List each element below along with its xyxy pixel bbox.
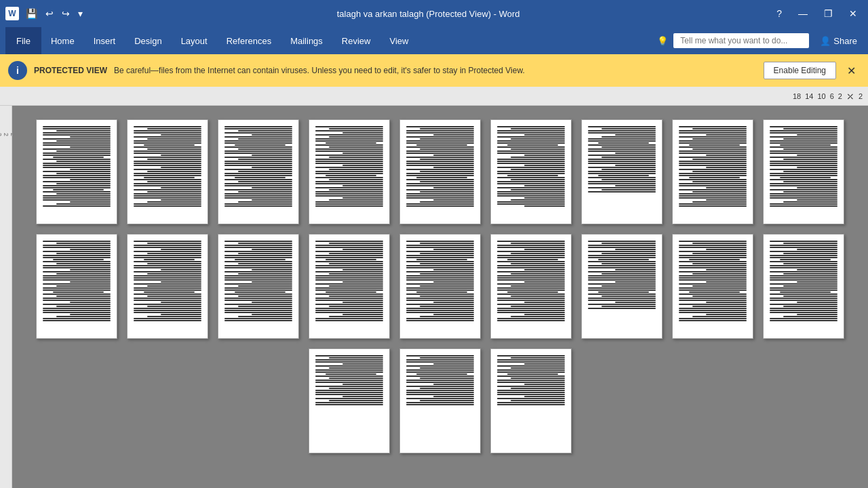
page-content-21 [494, 352, 568, 449]
help-button[interactable]: ? [771, 7, 787, 20]
page-content-11 [131, 238, 204, 335]
page-content-8 [676, 123, 749, 220]
page-content-10 [40, 238, 113, 335]
nav-num-2b: 2 [859, 92, 863, 100]
main-canvas [12, 106, 868, 488]
word-icon: W [5, 7, 19, 20]
title-bar: W 💾 ↩ ↪ ▾ talagh va arkan talagh (Protec… [0, 0, 868, 27]
nav-num-10: 10 [817, 92, 825, 100]
page-thumb-9[interactable] [763, 119, 844, 224]
pages-row-3 [26, 348, 854, 453]
window-controls: ? — ❐ ✕ [771, 7, 863, 20]
pages-row-2 [26, 234, 854, 339]
undo-button[interactable]: ↩ [43, 7, 56, 20]
tab-home[interactable]: Home [41, 27, 84, 54]
nav-num-14: 14 [805, 92, 813, 100]
page-content-18 [767, 238, 840, 335]
close-button[interactable]: ✕ [844, 7, 863, 20]
page-content-2 [131, 123, 204, 220]
enable-editing-button[interactable]: Enable Editing [764, 62, 836, 79]
page-content-12 [222, 238, 295, 335]
content-area: 2 2 2 2 2 [0, 106, 868, 488]
close-protected-view-button[interactable]: ✕ [843, 63, 860, 79]
page-thumb-11[interactable] [127, 234, 208, 339]
tab-review[interactable]: Review [332, 27, 380, 54]
page-thumb-1[interactable] [36, 119, 117, 224]
pages-row-1 [26, 119, 854, 224]
nav-num-6: 6 [830, 92, 834, 100]
document-title: talagh va arkan talagh (Protected View) … [85, 9, 771, 19]
page-content-3 [222, 123, 295, 220]
page-thumb-18[interactable] [763, 234, 844, 339]
page-thumb-21[interactable] [490, 348, 572, 453]
info-icon: i [8, 61, 27, 80]
nav-num-18: 18 [793, 92, 801, 100]
page-content-7 [585, 123, 658, 220]
ribbon: File Home Insert Design Layout Reference… [0, 27, 868, 54]
page-thumb-13[interactable] [309, 234, 390, 339]
page-thumb-12[interactable] [218, 234, 299, 339]
sidebar: 2 2 2 2 2 [0, 106, 12, 488]
tab-view[interactable]: View [380, 27, 418, 54]
page-content-17 [676, 238, 749, 335]
page-content-20 [403, 352, 477, 449]
customize-button[interactable]: ▾ [75, 7, 85, 20]
page-thumb-14[interactable] [399, 234, 481, 339]
page-thumb-6[interactable] [490, 119, 572, 224]
page-content-14 [403, 238, 477, 335]
tab-insert[interactable]: Insert [84, 27, 125, 54]
search-input[interactable] [673, 33, 809, 48]
share-icon: 👤 [820, 36, 831, 46]
page-thumb-15[interactable] [490, 234, 572, 339]
page-content-4 [313, 123, 386, 220]
page-content-15 [494, 238, 568, 335]
tab-layout[interactable]: Layout [172, 27, 217, 54]
tab-references[interactable]: References [217, 27, 281, 54]
page-content-9 [767, 123, 840, 220]
tab-file[interactable]: File [5, 27, 41, 54]
page-thumb-2[interactable] [127, 119, 208, 224]
save-button[interactable]: 💾 [23, 7, 40, 20]
page-thumb-19[interactable] [309, 348, 390, 453]
nav-num-2: 2 [838, 92, 842, 100]
protected-view-bar: i PROTECTED VIEW Be careful—files from t… [0, 54, 868, 87]
share-button[interactable]: 👤 Share [814, 33, 863, 49]
page-thumb-10[interactable] [36, 234, 117, 339]
page-thumb-5[interactable] [399, 119, 481, 224]
nav-bar: 18 14 10 6 2 ⤫ 2 [0, 87, 868, 106]
redo-button[interactable]: ↪ [59, 7, 73, 20]
page-thumb-7[interactable] [581, 119, 663, 224]
ribbon-tabs: File Home Insert Design Layout Reference… [0, 27, 868, 54]
page-content-16 [585, 238, 658, 335]
page-content-5 [403, 123, 477, 220]
title-bar-left: W 💾 ↩ ↪ ▾ [5, 7, 85, 20]
quick-access-toolbar: 💾 ↩ ↪ ▾ [23, 7, 85, 20]
minimize-button[interactable]: — [793, 7, 813, 20]
page-content-19 [313, 352, 386, 449]
page-content-13 [313, 238, 386, 335]
page-thumb-20[interactable] [399, 348, 481, 453]
protected-view-label: PROTECTED VIEW [34, 66, 107, 75]
page-numbers: 18 14 10 6 2 ⤫ 2 [793, 91, 863, 102]
page-thumb-4[interactable] [309, 119, 390, 224]
page-content-6 [494, 123, 568, 220]
page-thumb-8[interactable] [672, 119, 753, 224]
lightbulb-icon: 💡 [657, 36, 668, 46]
protected-view-message: Be careful—files from the Internet can c… [114, 66, 757, 75]
tab-design[interactable]: Design [125, 27, 171, 54]
ribbon-search-area: 💡 👤 Share [657, 33, 863, 49]
page-content-1 [40, 123, 113, 220]
restore-button[interactable]: ❐ [818, 7, 838, 20]
page-thumb-17[interactable] [672, 234, 753, 339]
tab-mailings[interactable]: Mailings [281, 27, 332, 54]
page-thumb-3[interactable] [218, 119, 299, 224]
page-thumb-16[interactable] [581, 234, 663, 339]
nav-arrow-icon: ⤫ [846, 91, 854, 102]
